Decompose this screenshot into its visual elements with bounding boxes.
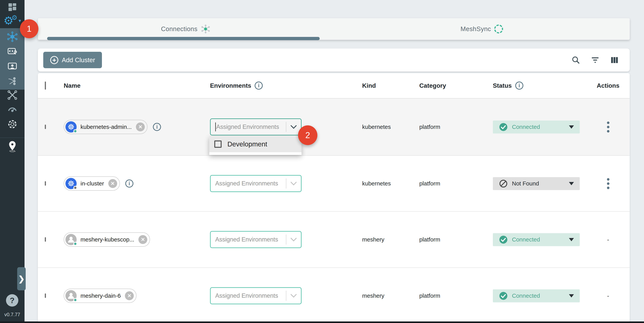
annotation-badge-2: 2 xyxy=(298,125,317,145)
row-checkbox[interactable] xyxy=(45,293,46,298)
remove-connection-button[interactable]: ✕ xyxy=(108,179,117,188)
caret-down-icon xyxy=(569,294,574,297)
option-label: Development xyxy=(228,140,267,148)
sidebar-expand-button[interactable]: ❯ xyxy=(17,267,26,290)
select-all-checkbox[interactable] xyxy=(45,82,46,90)
question-mark-icon: ? xyxy=(10,296,14,305)
view-columns-icon[interactable] xyxy=(610,56,619,65)
caret-down-icon xyxy=(569,238,574,241)
add-cluster-label: Add Cluster xyxy=(62,56,95,64)
tab-connections[interactable]: Connections xyxy=(38,18,334,40)
remove-connection-button[interactable]: ✕ xyxy=(138,235,147,244)
kind-cell: meshery xyxy=(362,236,419,243)
sidebar-item-toolkit-wrenches-icon[interactable] xyxy=(0,89,24,101)
app-version: v0.7.77 xyxy=(0,312,24,317)
table-row: meshery-dain-6 ✕ Assigned Environments xyxy=(38,268,630,323)
status-info-icon[interactable]: i xyxy=(515,82,523,90)
chevron-down-icon[interactable] xyxy=(286,238,301,241)
remove-connection-button[interactable]: ✕ xyxy=(125,291,134,300)
sidebar-item-profiles[interactable] xyxy=(0,60,24,73)
row-actions-menu-icon[interactable] xyxy=(606,177,611,191)
chevron-right-icon: ❯ xyxy=(18,274,25,283)
remove-connection-button[interactable]: ✕ xyxy=(136,123,145,131)
category-cell: platform xyxy=(419,124,493,130)
category-cell: platform xyxy=(419,292,493,299)
status-badge[interactable]: Connected xyxy=(493,121,580,134)
kind-cell: meshery xyxy=(362,292,419,299)
category-cell: platform xyxy=(419,236,493,243)
active-tab-indicator xyxy=(47,37,320,40)
column-name: Name xyxy=(64,82,80,89)
option-checkbox[interactable] xyxy=(214,140,222,148)
column-category: Category xyxy=(419,82,446,89)
kind-cell: kubernetes xyxy=(362,124,419,130)
sidebar-item-configuration[interactable] xyxy=(0,75,24,87)
chevron-down-icon[interactable] xyxy=(286,125,301,129)
add-cluster-button[interactable]: + Add Cluster xyxy=(43,52,102,68)
environments-info-icon[interactable]: i xyxy=(255,82,263,90)
kubernetes-logo-icon: ☸ xyxy=(66,178,77,189)
user-avatar-icon xyxy=(66,290,77,301)
dashboard-grid-icon[interactable] xyxy=(0,2,24,12)
meshsync-spinner-icon xyxy=(493,23,504,35)
table-row: meshery-kubescop... ✕ Assigned Environme… xyxy=(38,212,630,268)
no-actions-dash: - xyxy=(607,292,609,299)
column-environments: Environments xyxy=(210,82,251,89)
sidebar-item-pin-icon[interactable] xyxy=(0,139,24,154)
status-badge[interactable]: Not Found xyxy=(493,177,580,190)
status-label: Connected xyxy=(512,292,540,299)
tab-meshsync[interactable]: MeshSync xyxy=(334,18,630,40)
prohibited-icon xyxy=(499,179,508,188)
row-actions-menu-icon[interactable] xyxy=(606,120,611,134)
status-label: Not Found xyxy=(512,180,539,187)
dropdown-option-development[interactable]: Development xyxy=(209,136,302,152)
environments-placeholder: Assigned Environments xyxy=(215,180,278,187)
plus-circle-icon: + xyxy=(50,56,58,64)
connection-name: kubernetes-admin... xyxy=(80,124,132,130)
filter-icon[interactable] xyxy=(591,56,600,65)
row-checkbox[interactable] xyxy=(45,237,46,242)
connection-info-icon[interactable]: i xyxy=(125,179,134,188)
chevron-down-icon[interactable] xyxy=(286,294,301,298)
environments-dropdown-menu: Development xyxy=(209,136,302,155)
connection-name: in-cluster xyxy=(80,180,104,187)
connection-chip[interactable]: ☸ in-cluster ✕ xyxy=(64,176,120,191)
toolbar-actions xyxy=(572,56,630,65)
gear-small-icon: ⚙ xyxy=(12,14,17,21)
connection-chip[interactable]: meshery-kubescop... ✕ xyxy=(64,232,150,247)
help-button[interactable]: ? xyxy=(6,294,18,306)
tab-connections-label: Connections xyxy=(161,25,198,33)
status-badge[interactable]: Connected xyxy=(493,289,580,302)
environments-select[interactable]: Assigned Environments xyxy=(210,231,302,248)
text-cursor xyxy=(215,123,216,131)
screen-bottom-edge xyxy=(0,321,644,323)
connection-chip[interactable]: ☸ kubernetes-admin... ✕ xyxy=(64,120,148,134)
check-circle-icon xyxy=(499,235,508,244)
sidebar: ⚙ ⚙ ▾ xyxy=(0,0,24,321)
annotation-2-number: 2 xyxy=(306,130,310,140)
status-label: Connected xyxy=(512,236,540,243)
row-checkbox[interactable] xyxy=(45,181,46,186)
environments-select[interactable]: Assigned Environments xyxy=(210,175,302,192)
column-actions: Actions xyxy=(597,82,619,89)
connection-info-icon[interactable]: i xyxy=(153,123,161,131)
connection-chip[interactable]: meshery-dain-6 ✕ xyxy=(64,289,136,303)
sidebar-item-extensions-icon[interactable] xyxy=(0,117,24,131)
environments-select[interactable]: Assigned Environments xyxy=(210,118,302,135)
sidebar-item-performance-gauge-icon[interactable] xyxy=(0,103,24,115)
status-dot xyxy=(73,242,77,246)
category-cell: platform xyxy=(419,180,493,187)
column-kind: Kind xyxy=(362,82,376,89)
sidebar-divider xyxy=(0,138,24,138)
chevron-down-icon[interactable] xyxy=(286,182,301,185)
no-actions-dash: - xyxy=(607,236,609,243)
search-icon[interactable] xyxy=(572,56,580,65)
tab-meshsync-label: MeshSync xyxy=(460,25,491,33)
caret-down-icon xyxy=(569,125,574,129)
sidebar-item-adapters[interactable] xyxy=(0,46,24,58)
tab-bar: Connections MeshSync xyxy=(38,18,630,40)
status-dot xyxy=(73,298,77,302)
row-checkbox[interactable] xyxy=(45,125,46,129)
status-badge[interactable]: Connected xyxy=(493,233,580,246)
environments-select[interactable]: Assigned Environments xyxy=(210,287,302,304)
